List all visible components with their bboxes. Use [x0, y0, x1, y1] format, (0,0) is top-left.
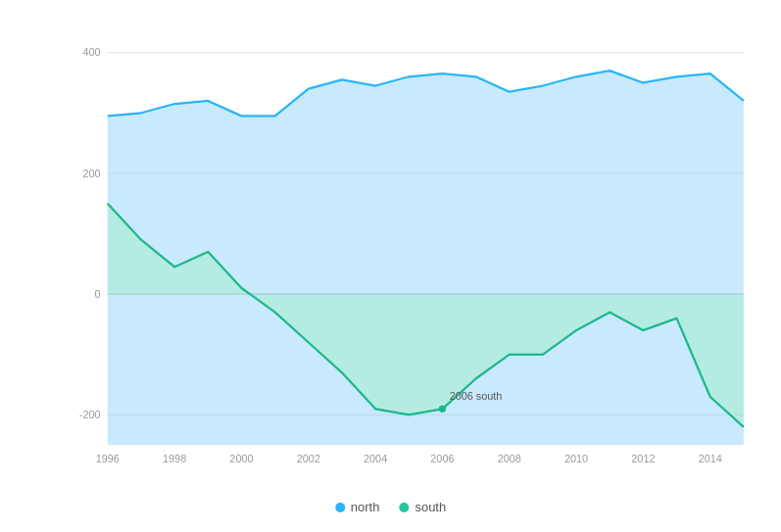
svg-text:2002: 2002: [297, 453, 320, 464]
svg-point-18: [439, 406, 446, 412]
legend-dot-south: [399, 503, 409, 512]
svg-text:2000: 2000: [229, 453, 253, 464]
svg-text:2006: 2006: [430, 453, 454, 464]
svg-text:2004: 2004: [364, 453, 387, 464]
legend-item-south: south: [399, 500, 446, 514]
svg-text:2014: 2014: [699, 453, 722, 464]
chart-legend: north south: [335, 500, 446, 514]
svg-text:2010: 2010: [564, 453, 588, 464]
svg-text:2012: 2012: [631, 453, 655, 464]
svg-text:0: 0: [95, 288, 101, 300]
legend-label-south: south: [415, 500, 446, 514]
legend-item-north: north: [335, 500, 380, 514]
svg-text:2008: 2008: [498, 453, 521, 464]
legend-label-north: north: [351, 500, 380, 514]
svg-text:400: 400: [82, 46, 100, 58]
svg-text:1998: 1998: [163, 453, 186, 464]
svg-text:-200: -200: [79, 409, 101, 420]
chart-container: 4002000-20019961998200020022004200620082…: [0, 0, 781, 532]
svg-text:2006 south: 2006 south: [450, 390, 503, 402]
chart-svg: 4002000-20019961998200020022004200620082…: [59, 20, 761, 473]
legend-dot-north: [335, 503, 345, 512]
svg-text:1996: 1996: [96, 453, 120, 464]
svg-text:200: 200: [82, 168, 100, 179]
